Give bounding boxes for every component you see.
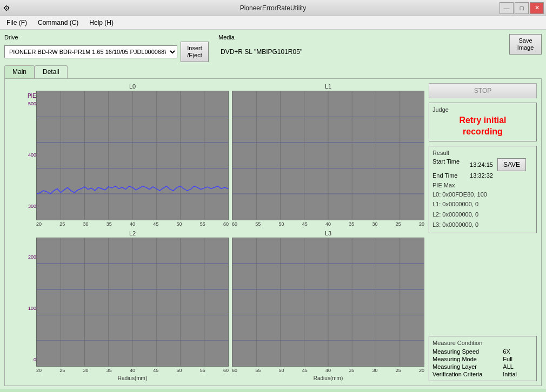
restore-button[interactable]: □ bbox=[515, 2, 529, 14]
pie-max-l3: L3: 0x0000000, 0 bbox=[432, 220, 533, 230]
top-area: Drive PIONEER BD-RW BDR-PR1M 1.65 16/10/… bbox=[4, 34, 542, 62]
chart-l2: L2 bbox=[36, 230, 229, 374]
menu-file[interactable]: File (F) bbox=[2, 17, 31, 28]
chart-l0-title: L0 bbox=[36, 83, 229, 90]
x-axis-label-bottom: Radius(mm) bbox=[232, 375, 424, 381]
stop-button[interactable]: STOP bbox=[429, 83, 537, 98]
measuring-speed-key: Measuring Speed bbox=[432, 348, 498, 355]
pie-max-label: PIE Max bbox=[432, 182, 533, 188]
end-time-val: 13:32:32 bbox=[470, 172, 533, 179]
chart-l3: L3 bbox=[232, 230, 424, 374]
chart-l1-svg bbox=[232, 91, 424, 220]
measuring-mode-val: Full bbox=[503, 356, 533, 362]
chart-l3-svg bbox=[232, 238, 424, 367]
pie-max-l2: L2: 0x0000000, 0 bbox=[432, 209, 533, 220]
measuring-speed-val: 6X bbox=[503, 348, 533, 355]
pie-max-rows: L0: 0x00FDE80, 100 L1: 0x0000000, 0 L2: … bbox=[432, 190, 533, 230]
content-area: PIE 500 400 300 200 100 0 L0 bbox=[4, 78, 542, 386]
close-button[interactable]: ✕ bbox=[530, 2, 544, 14]
pie-max-l1: L1: 0x0000000, 0 bbox=[432, 199, 533, 209]
drive-label: Drive bbox=[4, 34, 209, 40]
result-label: Result bbox=[432, 150, 533, 156]
pie-max-l0: L0: 0x00FDE80, 100 bbox=[432, 190, 533, 200]
chart-l0: L0 bbox=[36, 83, 229, 227]
media-label: Media bbox=[218, 34, 505, 40]
save-button[interactable]: SAVE bbox=[497, 158, 526, 171]
verification-criteria-val: Initial bbox=[503, 371, 533, 377]
measure-condition-grid: Measuring Speed 6X Measuring Mode Full M… bbox=[432, 348, 533, 377]
chart-l1-title: L1 bbox=[232, 83, 424, 90]
pie-axis-label: PIE bbox=[9, 93, 36, 99]
chart-l0-svg bbox=[37, 91, 228, 220]
main-window: Drive PIONEER BD-RW BDR-PR1M 1.65 16/10/… bbox=[0, 30, 546, 389]
insert-eject-button[interactable]: Insert/Eject bbox=[181, 42, 209, 62]
drive-select[interactable]: PIONEER BD-RW BDR-PR1M 1.65 16/10/05 PJD… bbox=[4, 45, 177, 58]
end-time-key: End Time bbox=[432, 172, 467, 179]
verification-criteria-key: Verification Criteria bbox=[432, 371, 498, 377]
menu-help[interactable]: Help (H) bbox=[85, 17, 118, 28]
media-value: DVD+R SL "MBIPG101R05" bbox=[218, 42, 505, 62]
chart-l2-svg bbox=[37, 238, 228, 367]
measuring-layer-key: Measuring Layer bbox=[432, 363, 498, 370]
measure-condition-label: Measure Condition bbox=[432, 340, 533, 346]
app-icon: ⚙ bbox=[3, 4, 10, 12]
menu-command[interactable]: Command (C) bbox=[34, 17, 83, 28]
start-time-key: Start Time bbox=[432, 158, 467, 165]
window-controls: — □ ✕ bbox=[500, 2, 544, 14]
measuring-mode-key: Measuring Mode bbox=[432, 356, 498, 362]
side-panel: STOP Judge Retry initial recording Resul… bbox=[429, 83, 537, 381]
tabs-row: Main Detail bbox=[4, 65, 542, 78]
save-image-button[interactable]: SaveImage bbox=[509, 34, 542, 55]
menu-bar: File (F) Command (C) Help (H) bbox=[0, 16, 546, 30]
start-time-val: 13:24:15 bbox=[470, 161, 493, 168]
minimize-button[interactable]: — bbox=[500, 2, 514, 14]
x-axis-label-top: Radius(mm) bbox=[36, 375, 229, 381]
judge-result: Retry initial recording bbox=[432, 115, 533, 138]
chart-l1: L1 bbox=[232, 83, 424, 227]
judge-label: Judge bbox=[432, 106, 533, 113]
title-bar: ⚙ PioneerErrorRateUtility — □ ✕ bbox=[0, 0, 546, 16]
tab-main[interactable]: Main bbox=[4, 65, 35, 78]
judge-section: Judge Retry initial recording bbox=[429, 103, 537, 141]
window-title: PioneerErrorRateUtility bbox=[240, 4, 307, 12]
measure-condition-section: Measure Condition Measuring Speed 6X Mea… bbox=[429, 336, 537, 381]
charts-area: PIE 500 400 300 200 100 0 L0 bbox=[9, 83, 424, 381]
chart-l2-title: L2 bbox=[36, 230, 229, 236]
measuring-layer-val: ALL bbox=[503, 363, 533, 370]
chart-l3-title: L3 bbox=[232, 230, 424, 236]
result-section: Result Start Time 13:24:15 SAVE End Time… bbox=[429, 146, 537, 234]
tab-detail[interactable]: Detail bbox=[35, 65, 68, 78]
